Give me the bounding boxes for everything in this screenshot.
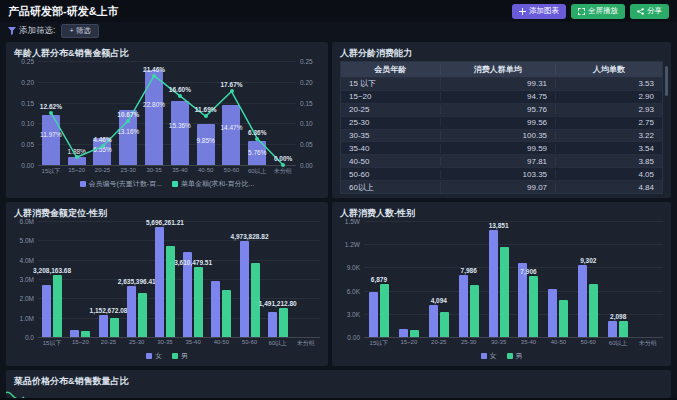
line-point (126, 119, 130, 123)
y-tick-label: 0.10 (300, 120, 313, 127)
table-row[interactable]: 25-3099.562.75 (341, 116, 662, 129)
line-point (204, 114, 208, 118)
panel-price-distribution-title: 菜品价格分布&销售数量占比 (14, 376, 663, 387)
table-cell: 94.75 (441, 92, 557, 101)
bar-column (66, 221, 94, 337)
share-icon (637, 8, 644, 15)
legend-swatch (507, 353, 513, 359)
bar-column (543, 221, 573, 337)
table-row[interactable]: 60以上99.074.84 (341, 180, 662, 193)
bar-value-label: 9.85% (196, 137, 214, 144)
share-button[interactable]: 分享 (630, 4, 669, 19)
bar-女 (489, 230, 498, 337)
bar-value-label: 13.16% (117, 128, 139, 135)
table-row[interactable]: 50-60103.354.05 (341, 167, 662, 180)
table-cell: 99.59 (441, 144, 557, 153)
bar (197, 124, 215, 165)
table-cell: 4.05 (556, 170, 662, 179)
x-tick-label: 15~20 (66, 339, 94, 348)
bar-女 (369, 292, 378, 337)
x-tick-label: 35-40 (167, 167, 193, 176)
x-tick-label: 50-60 (219, 167, 245, 176)
panel-count-by-gender: 人群消费人数-性别 1.5W1.2W9.0K6.0K3.0K0.006,8794… (332, 202, 671, 366)
bar-columns: 11.97%1.88%6.55%13.16%22.80%15.36%9.85%1… (38, 61, 296, 165)
share-button-label: 分享 (647, 6, 662, 16)
bar-column (292, 221, 320, 337)
bar-column: 6.55% (90, 61, 116, 165)
bar-女 (42, 285, 51, 337)
table-cell: 25-30 (341, 118, 441, 127)
dashboard-row-2: 人群消费金额定位-性别 6.0M5.0M4.0M3.0M2.0M1.0M0.03… (6, 202, 671, 366)
legend-item[interactable]: 男 (507, 351, 523, 361)
table-row[interactable]: 30-35100.353.22 (341, 129, 662, 142)
x-tick-label: 35-40 (179, 339, 207, 348)
chart-plot-area: 6,8794,0947,98613,8517,9069,3022,098 (364, 221, 663, 337)
table-row[interactable]: 15~2094.752.90 (341, 90, 662, 103)
dashboard-row-3: 菜品价格分布&销售数量占比 (6, 370, 671, 398)
bar-value-label: 4,094 (431, 297, 447, 304)
bar-value-label: 15.36% (169, 122, 191, 129)
dashboard-canvas: 年龄人群分布&销售金额占比 0.250.200.150.100.050.0011… (0, 40, 677, 398)
table-header-cell[interactable]: 消费人群单均 (441, 64, 557, 75)
x-tick-label: 25-30 (454, 339, 484, 348)
bar (145, 70, 163, 165)
x-axis-labels: 15以下15~2020-2525-3030-3535-4040-5050-606… (38, 167, 296, 176)
add-chart-button[interactable]: 添加图表 (512, 4, 566, 19)
table-row[interactable]: 35-4099.593.54 (341, 141, 662, 154)
bar-男 (529, 276, 538, 337)
x-tick-label: 40-50 (543, 339, 573, 348)
age-combo-chart: 0.250.200.150.100.050.0011.97%1.88%6.55%… (14, 61, 320, 189)
table-scrollbar[interactable] (665, 66, 668, 96)
grouped-chart-wrap: 6.0M5.0M4.0M3.0M2.0M1.0M0.03,208,163.681… (14, 221, 320, 337)
table-cell: 99.07 (441, 183, 557, 192)
table-row[interactable]: 20-2595.762.93 (341, 103, 662, 116)
fullscreen-play-button[interactable]: 全屏播放 (571, 4, 625, 19)
table-header-cell[interactable]: 人均单数 (556, 64, 662, 75)
legend-item[interactable]: 女 (146, 351, 162, 361)
add-filter-button[interactable]: + 筛选 (61, 24, 98, 38)
x-tick-label: 未分组 (292, 339, 320, 348)
legend-item[interactable]: 男 (172, 351, 188, 361)
table-cell: 97.81 (441, 157, 557, 166)
y-tick-label: 0.25 (21, 58, 34, 65)
x-tick-label: 25-30 (123, 339, 151, 348)
table-cell: 15~20 (341, 92, 441, 101)
legend-label: 男 (181, 351, 188, 361)
bar-column: 9,302 (573, 221, 603, 337)
bar-column: 5,696,261.21 (151, 221, 179, 337)
legend-item[interactable]: 会员编号(去重计数-百... (80, 179, 163, 189)
panel-age-consume-table-title: 人群分龄消费能力 (340, 48, 663, 59)
table-cell: 50-60 (341, 170, 441, 179)
bar-column (633, 221, 663, 337)
line-point (101, 144, 105, 148)
bar-column: 5.76% (244, 61, 270, 165)
table-row[interactable]: 15 以下99.313.53 (341, 77, 662, 90)
table-row[interactable]: 40-5097.813.85 (341, 154, 662, 167)
bar-column: 6,879 (364, 221, 394, 337)
bar (222, 105, 240, 165)
filter-label: 添加筛选: (8, 25, 55, 37)
bar-value-label: 7,986 (461, 267, 477, 274)
bar-value-label: 1.88% (67, 148, 85, 155)
grouped-chart-wrap: 1.5W1.2W9.0K6.0K3.0K0.006,8794,0947,9861… (340, 221, 663, 337)
bar-column: 7,906 (514, 221, 544, 337)
x-tick-label: 25-30 (115, 167, 141, 176)
table-cell: 60以上 (341, 182, 441, 193)
legend-item[interactable]: 菜单金额(求和-百分比... (172, 179, 255, 189)
bar-column: 3,208,163.68 (38, 221, 66, 337)
table-cell: 3.53 (556, 79, 662, 88)
table-header-cell[interactable]: 会员年龄 (341, 64, 441, 75)
table-cell: 2.90 (556, 92, 662, 101)
y-tick-label: 1.5W (345, 218, 360, 225)
legend-item[interactable]: 女 (481, 351, 497, 361)
bar-column: 14.47% (219, 61, 245, 165)
bar-value-label: 6,879 (371, 276, 387, 283)
y-tick-label: 0.00 (21, 162, 34, 169)
table-cell: 3.22 (556, 131, 662, 140)
dashboard-row-1: 年龄人群分布&销售金额占比 0.250.200.150.100.050.0011… (6, 42, 671, 198)
y-tick-label: 0.05 (21, 141, 34, 148)
page-title: 产品研发部-研发&上市 (8, 4, 119, 19)
bar-column (270, 61, 296, 165)
line-value-label: 4.46% (93, 136, 111, 143)
y-tick-label: 0.20 (21, 78, 34, 85)
